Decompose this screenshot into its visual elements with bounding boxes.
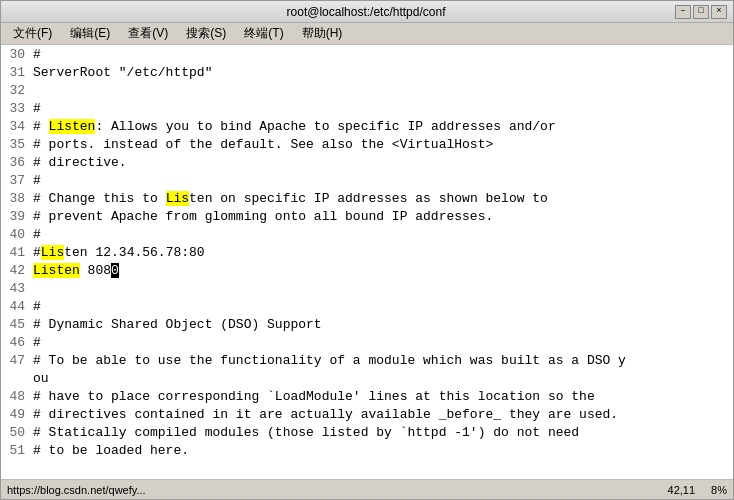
line-31: 31 ServerRoot "/etc/httpd" [5, 65, 729, 83]
scroll-percent: 8% [711, 484, 727, 496]
line-43: 43 [5, 281, 729, 299]
title-bar: root@localhost:/etc/httpd/conf – □ × [1, 1, 733, 23]
line-30: 30 # [5, 47, 729, 65]
minimize-button[interactable]: – [675, 5, 691, 19]
maximize-button[interactable]: □ [693, 5, 709, 19]
line-37: 37 # [5, 173, 729, 191]
close-button[interactable]: × [711, 5, 727, 19]
line-46: 46 # [5, 335, 729, 353]
status-right: 42,11 8% [668, 484, 727, 496]
line-50: 50 # Statically compiled modules (those … [5, 425, 729, 443]
line-44: 44 # [5, 299, 729, 317]
line-42: 42 Listen 8080 [5, 263, 729, 281]
editor-area[interactable]: 30 # 31 ServerRoot "/etc/httpd" 32 33 # … [1, 45, 733, 479]
line-32: 32 [5, 83, 729, 101]
main-window: root@localhost:/etc/httpd/conf – □ × 文件(… [0, 0, 734, 500]
menu-bar: 文件(F) 编辑(E) 查看(V) 搜索(S) 终端(T) 帮助(H) [1, 23, 733, 45]
window-title: root@localhost:/etc/httpd/conf [57, 5, 675, 19]
line-47b: ou [5, 371, 729, 389]
menu-search[interactable]: 搜索(S) [178, 23, 234, 44]
line-35: 35 # ports. instead of the default. See … [5, 137, 729, 155]
line-33: 33 # [5, 101, 729, 119]
code-content: 30 # 31 ServerRoot "/etc/httpd" 32 33 # … [1, 45, 733, 479]
line-45: 45 # Dynamic Shared Object (DSO) Support [5, 317, 729, 335]
menu-file[interactable]: 文件(F) [5, 23, 60, 44]
line-49: 49 # directives contained in it are actu… [5, 407, 729, 425]
title-controls: – □ × [675, 5, 727, 19]
status-url: https://blog.csdn.net/qwefy... [7, 484, 146, 496]
cursor-position: 42,11 [668, 484, 696, 496]
status-bar: https://blog.csdn.net/qwefy... 42,11 8% [1, 479, 733, 499]
line-51: 51 # to be loaded here. [5, 443, 729, 461]
line-39: 39 # prevent Apache from glomming onto a… [5, 209, 729, 227]
line-40: 40 # [5, 227, 729, 245]
menu-help[interactable]: 帮助(H) [294, 23, 351, 44]
line-34: 34 # Listen: Allows you to bind Apache t… [5, 119, 729, 137]
line-36: 36 # directive. [5, 155, 729, 173]
line-47: 47 # To be able to use the functionality… [5, 353, 729, 371]
menu-edit[interactable]: 编辑(E) [62, 23, 118, 44]
menu-terminal[interactable]: 终端(T) [236, 23, 291, 44]
line-48: 48 # have to place corresponding `LoadMo… [5, 389, 729, 407]
line-41: 41 #Listen 12.34.56.78:80 [5, 245, 729, 263]
menu-view[interactable]: 查看(V) [120, 23, 176, 44]
line-38: 38 # Change this to Listen on specific I… [5, 191, 729, 209]
